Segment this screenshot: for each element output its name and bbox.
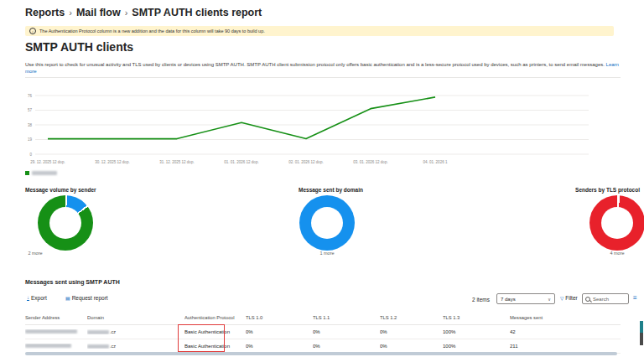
export-icon: ↓ <box>27 295 29 301</box>
table-section-title: Messages sent using SMTP AUTH <box>25 279 120 285</box>
donut-title-message-sent-by-domain: Message sent by domain <box>299 187 363 193</box>
x-axis-tick-label: 01. 01. 2026 12 dop. <box>224 160 258 164</box>
filter-icon: ▽ <box>560 296 564 301</box>
donut-chart-message-sent-by-domain[interactable] <box>299 195 355 251</box>
col-header-sender-address[interactable]: Sender Address <box>25 315 87 320</box>
table-header-row: Sender Address Domain Authentication Pro… <box>25 311 621 325</box>
filter-label: Filter <box>565 295 577 301</box>
tls11-cell: 0% <box>313 344 380 349</box>
domain-suffix: .cz <box>110 329 116 334</box>
filter-button[interactable]: ▽ Filter <box>560 295 578 301</box>
donut-more-label-domain[interactable]: 1 more <box>299 251 355 256</box>
legend-swatch <box>25 171 29 175</box>
col-header-tls-1-0[interactable]: TLS 1.0 <box>246 315 313 320</box>
x-axis-tick-label: 04. 01. 2026 1 <box>423 160 448 164</box>
breadcrumb: Reports › Mail flow › SMTP AUTH clients … <box>25 7 262 18</box>
breadcrumb-separator: › <box>69 8 72 18</box>
donut-title-message-volume-by-sender: Message volume by sender <box>25 187 96 193</box>
x-axis-tick-label: 30. 12. 2025 12 dop. <box>95 160 129 164</box>
breadcrumb-mail-flow[interactable]: Mail flow <box>76 7 121 18</box>
sender-address-redacted <box>25 329 87 334</box>
y-axis-tick-label: 19 <box>28 137 33 142</box>
chart-legend-item[interactable] <box>25 171 57 175</box>
breadcrumb-current-page: SMTP AUTH clients report <box>132 7 262 18</box>
page-title: SMTP AUTH clients <box>25 40 133 54</box>
legend-label-redacted <box>32 171 57 175</box>
vertical-scrollbar-segment[interactable] <box>640 321 643 333</box>
donut-more-label-sender[interactable]: 2 more <box>23 251 48 256</box>
breadcrumb-reports[interactable]: Reports <box>25 7 65 18</box>
tls12-cell: 0% <box>380 329 443 334</box>
request-report-label: Request report <box>72 295 108 301</box>
customize-columns-icon[interactable]: ≡ <box>633 295 637 302</box>
request-report-icon: ▤ <box>65 296 70 301</box>
period-dropdown[interactable]: 7 days ∨ <box>496 293 555 304</box>
domain-cell: .cz <box>87 344 184 349</box>
request-report-button[interactable]: ▤ Request report <box>65 295 108 301</box>
horizontal-scrollbar[interactable] <box>25 352 617 355</box>
col-header-tls-1-3[interactable]: TLS 1.3 <box>443 315 510 320</box>
col-header-domain[interactable]: Domain <box>87 315 184 320</box>
tls13-cell: 100% <box>443 329 510 334</box>
col-header-messages-sent[interactable]: Messages sent <box>510 315 621 320</box>
x-axis-tick-label: 03. 01. 2026 12 dop. <box>353 160 387 164</box>
smtp-auth-table: Sender Address Domain Authentication Pro… <box>25 311 621 354</box>
search-box <box>582 293 629 304</box>
y-axis-tick-label: 57 <box>28 108 33 112</box>
line-chart: 01938577629. 12. 2025 12 dop.30. 12. 202… <box>25 80 621 169</box>
domain-suffix: .cz <box>110 344 116 349</box>
y-axis-tick-label: 76 <box>28 94 33 98</box>
donut-chart-senders-by-tls-protocol[interactable] <box>589 195 644 251</box>
tls10-cell: 0% <box>246 329 313 334</box>
breadcrumb-separator: › <box>125 8 128 18</box>
tls10-cell: 0% <box>246 344 313 349</box>
items-count: 2 items <box>472 297 490 303</box>
donut-more-label-tls[interactable]: 4 more <box>589 251 644 256</box>
x-axis-tick-label: 02. 01. 2026 12 dop. <box>288 160 323 164</box>
section-divider <box>25 77 621 78</box>
search-icon <box>585 297 590 302</box>
tls11-cell: 0% <box>313 329 380 334</box>
y-axis-tick-label: 0 <box>29 153 32 157</box>
auth-protocol-cell: Basic Authentication <box>184 344 246 349</box>
page-description: Use this report to check for unusual act… <box>25 61 622 75</box>
table-row[interactable]: .cz Basic Authentication 0% 0% 0% 100% 4… <box>25 325 621 339</box>
y-axis-tick-label: 38 <box>28 123 33 127</box>
search-input[interactable] <box>593 297 626 302</box>
info-icon: i <box>29 28 36 34</box>
line-series <box>48 97 435 139</box>
chevron-down-icon: ∨ <box>548 297 551 302</box>
export-button[interactable]: ↓ Export <box>27 295 47 301</box>
col-header-authentication-protocol[interactable]: Authentication Protocol <box>184 315 246 320</box>
messages-sent-cell: 211 <box>510 344 621 349</box>
x-axis-tick-label: 29. 12. 2025 12 dop. <box>30 160 65 164</box>
col-header-tls-1-2[interactable]: TLS 1.2 <box>380 315 443 320</box>
donut-chart-message-volume-by-sender[interactable] <box>38 195 93 251</box>
auth-protocol-cell: Basic Authentication <box>184 329 246 334</box>
messages-sent-cell: 42 <box>510 329 621 334</box>
export-label: Export <box>31 295 47 301</box>
vertical-scrollbar-thumb[interactable] <box>640 333 643 345</box>
info-banner: i The Authentication Protocol column is … <box>25 26 614 36</box>
sender-address-redacted <box>25 344 87 349</box>
domain-cell: .cz <box>87 329 184 334</box>
donut-title-senders-by-tls-protocol: Senders by TLS protocol <box>541 187 640 193</box>
tls12-cell: 0% <box>380 344 443 349</box>
info-banner-text: The Authentication Protocol column is a … <box>39 28 265 34</box>
col-header-tls-1-1[interactable]: TLS 1.1 <box>313 315 380 320</box>
tls13-cell: 100% <box>443 344 510 349</box>
page-description-text: Use this report to check for unusual act… <box>25 62 605 67</box>
x-axis-tick-label: 31. 12. 2025 12 dop. <box>159 160 194 164</box>
period-dropdown-value: 7 days <box>501 297 516 302</box>
